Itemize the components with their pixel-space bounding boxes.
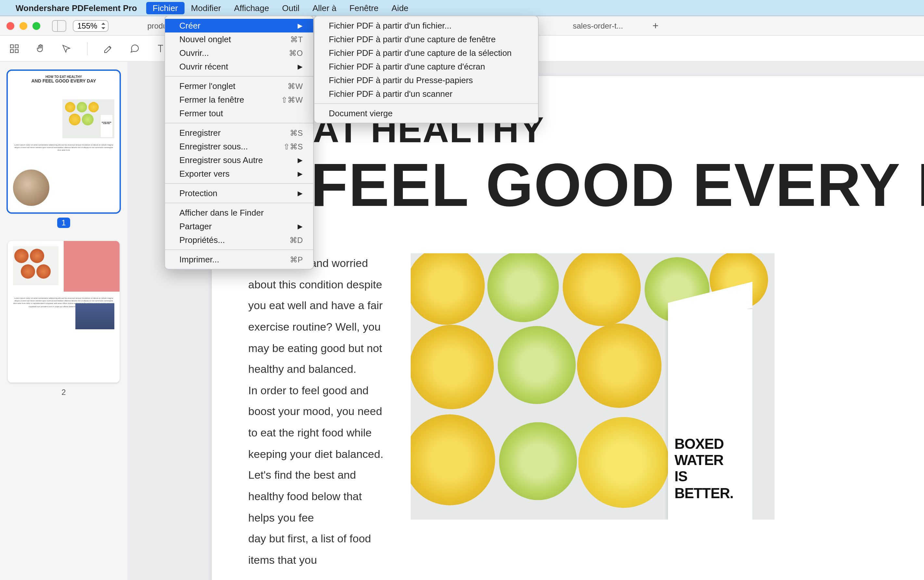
fichier-label-20: Imprimer... <box>179 255 219 264</box>
creer-label-2: Fichier PDF à partir d'une capture de la… <box>329 48 512 58</box>
fichier-sep-19 <box>165 249 313 250</box>
fichier-sep-8 <box>165 123 313 124</box>
fichier-shortcut-1: ⌘T <box>271 35 303 44</box>
creer-sep-6 <box>315 103 538 104</box>
fichier-item-7[interactable]: Fermer tout <box>165 107 313 120</box>
creer-item-5[interactable]: Fichier PDF à partir d'un scanner <box>315 87 538 101</box>
fichier-label-5: Fermer l'onglet <box>179 81 236 91</box>
zoom-value: 155% <box>78 21 97 30</box>
tool-thumbnails[interactable] <box>9 43 20 54</box>
menu-affichage[interactable]: Affichage <box>228 2 276 14</box>
carton-line-2: IS <box>675 469 746 485</box>
creer-label-7: Document vierge <box>329 109 393 118</box>
creer-item-3[interactable]: Fichier PDF à partir d'une capture d'écr… <box>315 60 538 73</box>
thumbnail-page-2[interactable]: Lorem ipsum dolor sit amet consectetur a… <box>8 241 120 382</box>
fichier-shortcut-9: ⌘S <box>270 128 303 137</box>
fichier-label-7: Fermer tout <box>179 109 223 118</box>
fichier-label-6: Fermer la fenêtre <box>179 95 244 105</box>
creer-item-7[interactable]: Document vierge <box>315 107 538 120</box>
fichier-item-10[interactable]: Enregistrer sous...⇧⌘S <box>165 140 313 153</box>
fichier-label-3: Ouvrir récent <box>179 62 228 71</box>
fichier-label-1: Nouvel onglet <box>179 35 231 44</box>
fichier-label-17: Partager <box>179 221 212 231</box>
doc-para-1: eeling down and worried about this condi… <box>248 257 383 376</box>
creer-label-4: Fichier PDF à partir du Presse-papiers <box>329 75 473 85</box>
fichier-item-6[interactable]: Fermer la fenêtre⇧⌘W <box>165 93 313 107</box>
fichier-label-0: Créer <box>179 21 200 31</box>
fichier-label-11: Enregistrer sous Autre <box>179 155 263 165</box>
menu-modifier[interactable]: Modifier <box>185 2 228 14</box>
fichier-item-14[interactable]: Protection▶ <box>165 186 313 200</box>
doc-title-line2: D FEEL GOOD EVERY DAY <box>248 155 924 216</box>
menu-aide[interactable]: Aide <box>385 2 415 14</box>
fichier-label-16: Afficher dans le Finder <box>179 208 264 218</box>
carton-line-3: BETTER. <box>675 485 746 501</box>
menu-fenetre[interactable]: Fenêtre <box>343 2 385 14</box>
sidebar-toggle-icon[interactable] <box>52 20 66 31</box>
fichier-arrow-0: ▶ <box>278 22 303 29</box>
fullscreen-window-icon[interactable] <box>33 22 40 30</box>
creer-label-0: Fichier PDF à partir d'un fichier... <box>329 21 452 31</box>
doc-tab-5[interactable]: sales-order-t... <box>547 21 649 30</box>
minimize-window-icon[interactable] <box>20 22 27 30</box>
add-tab-button[interactable]: + <box>649 19 662 32</box>
fichier-item-17[interactable]: Partager▶ <box>165 219 313 233</box>
fichier-item-18[interactable]: Propriétés...⌘D <box>165 233 313 247</box>
fichier-label-12: Exporter vers <box>179 169 230 179</box>
creer-item-4[interactable]: Fichier PDF à partir du Presse-papiers <box>315 73 538 87</box>
fichier-item-3[interactable]: Ouvrir récent▶ <box>165 60 313 73</box>
menu-outil[interactable]: Outil <box>276 2 306 14</box>
fichier-arrow-12: ▶ <box>278 170 303 177</box>
fichier-item-20[interactable]: Imprimer...⌘P <box>165 253 313 266</box>
carton-graphic: BOXED WATER IS BETTER. <box>668 309 752 520</box>
fichier-label-2: Ouvrir... <box>179 48 209 58</box>
doc-text-column: eeling down and worried about this condi… <box>248 253 384 571</box>
doc-para-2: In order to feel good and boost your moo… <box>248 384 383 524</box>
page-content: O EAT HEALTHY D FEEL GOOD EVERY DAY eeli… <box>212 76 924 580</box>
creer-label-3: Fichier PDF à partir d'une capture d'écr… <box>329 62 485 71</box>
fichier-item-2[interactable]: Ouvrir...⌘O <box>165 46 313 60</box>
tool-select[interactable] <box>61 43 71 54</box>
fichier-item-1[interactable]: Nouvel onglet⌘T <box>165 33 313 46</box>
fichier-shortcut-18: ⌘D <box>270 236 303 244</box>
fichier-item-9[interactable]: Enregistrer⌘S <box>165 126 313 140</box>
close-window-icon[interactable] <box>7 22 14 30</box>
fichier-item-16[interactable]: Afficher dans le Finder <box>165 206 313 219</box>
fichier-shortcut-5: ⌘W <box>268 81 303 91</box>
creer-item-0[interactable]: Fichier PDF à partir d'un fichier... <box>315 19 538 33</box>
fichier-item-5[interactable]: Fermer l'onglet⌘W <box>165 79 313 93</box>
fichier-sep-13 <box>165 183 313 184</box>
fichier-item-11[interactable]: Enregistrer sous Autre▶ <box>165 153 313 167</box>
fichier-label-18: Propriétés... <box>179 235 225 245</box>
fichier-item-0[interactable]: Créer▶ <box>165 19 313 33</box>
app-name: Wondershare PDFelement Pro <box>16 3 137 13</box>
thumbnail-1-wrap: HOW TO EAT HEALTHY AND FEEL GOOD EVERY D… <box>8 71 120 228</box>
thumbnail-2-num: 2 <box>8 388 120 397</box>
tool-edit[interactable] <box>103 43 114 54</box>
tool-comment[interactable] <box>129 43 140 54</box>
fichier-shortcut-10: ⇧⌘S <box>264 142 303 151</box>
fichier-shortcut-2: ⌘O <box>269 48 303 58</box>
doc-para-3: day but first, a list of food items that… <box>248 532 371 566</box>
thumb1-subtitle: AND FEEL GOOD EVERY DAY <box>12 79 116 84</box>
tool-hand[interactable] <box>35 43 46 54</box>
traffic-lights <box>7 22 40 30</box>
svg-rect-2 <box>10 49 13 52</box>
menu-allera[interactable]: Aller à <box>306 2 343 14</box>
creer-item-1[interactable]: Fichier PDF à partir d'une capture de fe… <box>315 33 538 46</box>
carton-line-0: BOXED <box>675 436 746 452</box>
toolbar-separator <box>87 42 88 55</box>
zoom-select[interactable]: 155% <box>73 20 108 31</box>
fichier-item-12[interactable]: Exporter vers▶ <box>165 167 313 181</box>
fichier-arrow-11: ▶ <box>278 157 303 164</box>
carton-line-1: WATER <box>675 452 746 469</box>
svg-rect-1 <box>15 44 18 48</box>
menu-fichier[interactable]: Fichier <box>146 2 185 14</box>
dropdown-fichier: Créer▶Nouvel onglet⌘TOuvrir...⌘OOuvrir r… <box>164 16 314 270</box>
fichier-sep-15 <box>165 203 313 203</box>
creer-item-2[interactable]: Fichier PDF à partir d'une capture de la… <box>315 46 538 60</box>
dropdown-creer: Fichier PDF à partir d'un fichier...Fich… <box>314 16 539 124</box>
thumbnail-page-1[interactable]: HOW TO EAT HEALTHY AND FEEL GOOD EVERY D… <box>8 71 120 213</box>
fichier-arrow-3: ▶ <box>278 63 303 70</box>
creer-label-5: Fichier PDF à partir d'un scanner <box>329 89 452 99</box>
